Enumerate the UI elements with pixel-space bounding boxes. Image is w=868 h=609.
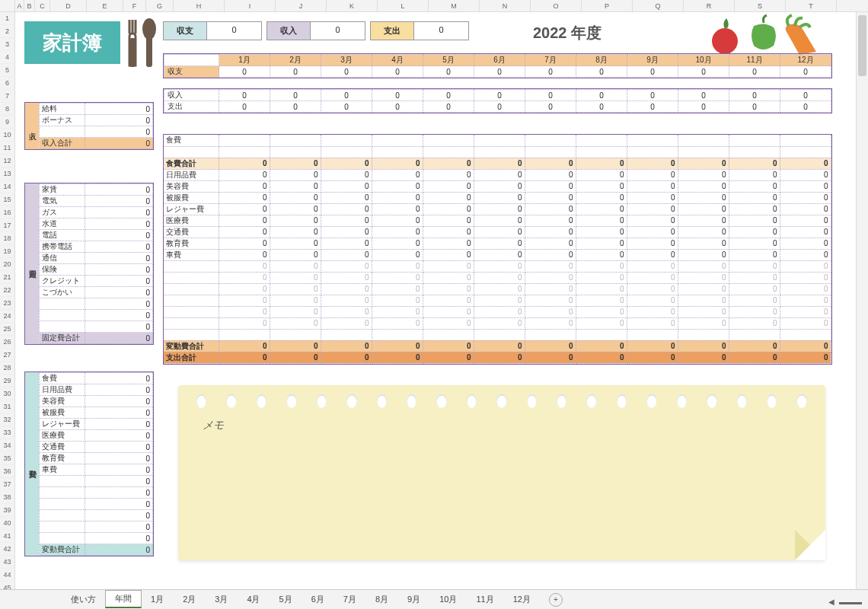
sheet-tab-年間[interactable]: 年間 <box>105 590 142 608</box>
row-header-37[interactable]: 37 <box>0 478 15 491</box>
row-header-30[interactable]: 30 <box>0 387 15 400</box>
row-header-18[interactable]: 18 <box>0 232 15 245</box>
sheet-tab-9月[interactable]: 9月 <box>397 591 430 609</box>
row-header-12[interactable]: 12 <box>0 155 15 167</box>
row-header-1[interactable]: 1 <box>0 12 15 25</box>
col-header-L[interactable]: L <box>378 0 429 11</box>
row-header-2[interactable]: 2 <box>0 25 15 38</box>
sb-var-title: 変動費 <box>25 372 39 556</box>
col-header-P[interactable]: P <box>582 0 633 11</box>
sheet-tab-4月[interactable]: 4月 <box>237 591 270 609</box>
row-header-21[interactable]: 21 <box>0 271 15 284</box>
row-header-32[interactable]: 32 <box>0 413 15 426</box>
sheet-tab-12月[interactable]: 12月 <box>503 591 541 609</box>
monthly-detail-table[interactable]: 食費食費合計000000000000日用品費000000000000美容費000… <box>163 134 832 365</box>
row-header-20[interactable]: 20 <box>0 258 15 271</box>
sheet-tab-8月[interactable]: 8月 <box>365 591 398 609</box>
row-header-13[interactable]: 13 <box>0 167 15 180</box>
row-header-8[interactable]: 8 <box>0 103 15 116</box>
col-header-D[interactable]: D <box>50 0 87 11</box>
row-header-43[interactable]: 43 <box>0 556 15 569</box>
row-header-28[interactable]: 28 <box>0 362 15 375</box>
add-sheet-button[interactable]: + <box>549 593 563 607</box>
row-header-10[interactable]: 10 <box>0 129 15 142</box>
col-header-I[interactable]: I <box>225 0 276 11</box>
row-header-39[interactable]: 39 <box>0 504 15 517</box>
tab-scroll-left-icon[interactable]: ◀ <box>828 598 834 606</box>
col-header-K[interactable]: K <box>327 0 378 11</box>
memo-pad[interactable]: メモ <box>178 385 825 560</box>
row-header-35[interactable]: 35 <box>0 452 15 465</box>
row-header-25[interactable]: 25 <box>0 323 15 336</box>
row-header-19[interactable]: 19 <box>0 245 15 258</box>
svg-rect-0 <box>129 38 136 67</box>
col-header-M[interactable]: M <box>429 0 480 11</box>
row-header-31[interactable]: 31 <box>0 400 15 413</box>
sheet-tab-6月[interactable]: 6月 <box>302 591 334 609</box>
col-header-E[interactable]: E <box>87 0 123 11</box>
side-variable-table[interactable]: 変動費食費0日用品費0美容費0被服費0レジャー費0医療費0交通費0教育費0車費0… <box>24 371 154 556</box>
balance-by-month-table[interactable]: 1月2月3月4月5月6月7月8月9月10月11月12月収支00000000000… <box>163 53 832 78</box>
row-header-23[interactable]: 23 <box>0 297 15 310</box>
vertical-scrollbar[interactable] <box>856 12 868 589</box>
row-header-41[interactable]: 41 <box>0 530 15 543</box>
row-header-22[interactable]: 22 <box>0 284 15 297</box>
sheet-tab-2月[interactable]: 2月 <box>173 591 206 609</box>
sheet-tab-7月[interactable]: 7月 <box>333 591 366 609</box>
sheet-tab-5月[interactable]: 5月 <box>270 591 302 609</box>
col-header-F[interactable]: F <box>123 0 146 11</box>
col-header-O[interactable]: O <box>531 0 582 11</box>
row-header-16[interactable]: 16 <box>0 206 15 219</box>
sheet-tab-1月[interactable]: 1月 <box>141 591 174 609</box>
row-header-34[interactable]: 34 <box>0 439 15 452</box>
sheet-tab-11月[interactable]: 11月 <box>466 591 503 609</box>
col-header-S[interactable]: S <box>735 0 786 11</box>
row-header-44[interactable]: 44 <box>0 569 15 582</box>
row-header-29[interactable]: 29 <box>0 375 15 387</box>
column-headers: ABCDEFGHIJKLMNOPQRST <box>0 0 868 12</box>
tab-scroll-controls[interactable]: ◀ ▬▬▬ <box>828 598 862 606</box>
row-header-24[interactable]: 24 <box>0 310 15 323</box>
pill-balance-value[interactable]: 0 <box>206 22 261 40</box>
row-header-40[interactable]: 40 <box>0 517 15 530</box>
row-header-15[interactable]: 15 <box>0 193 15 206</box>
col-header-R[interactable]: R <box>684 0 735 11</box>
side-income-table[interactable]: 収入給料0ボーナス00収入合計0 <box>24 102 154 150</box>
row-header-33[interactable]: 33 <box>0 426 15 439</box>
row-header-3[interactable]: 3 <box>0 38 15 51</box>
row-header-26[interactable]: 26 <box>0 336 15 349</box>
row-header-11[interactable]: 11 <box>0 142 15 155</box>
memo-title: メモ <box>203 419 224 432</box>
col-header-N[interactable]: N <box>480 0 531 11</box>
row-header-36[interactable]: 36 <box>0 465 15 478</box>
row-header-42[interactable]: 42 <box>0 543 15 556</box>
worksheet-canvas[interactable]: 家計簿 収支 0 収入 0 支出 <box>15 12 868 589</box>
col-header-C[interactable]: C <box>35 0 50 11</box>
col-header-Q[interactable]: Q <box>633 0 684 11</box>
col-header-A[interactable]: A <box>15 0 24 11</box>
sheet-tab-3月[interactable]: 3月 <box>205 591 238 609</box>
row-header-17[interactable]: 17 <box>0 219 15 232</box>
pill-expense-value[interactable]: 0 <box>413 22 468 40</box>
sheet-tab-10月[interactable]: 10月 <box>429 591 467 609</box>
col-header-G[interactable]: G <box>146 0 174 11</box>
row-header-7[interactable]: 7 <box>0 90 15 103</box>
col-header-B[interactable]: B <box>24 0 35 11</box>
row-header-4[interactable]: 4 <box>0 51 15 64</box>
memo-holes <box>178 385 825 408</box>
row-header-27[interactable]: 27 <box>0 349 15 362</box>
side-fixed-table[interactable]: 固定費家賃0電気0ガス0水道0電話0携帯電話0通信0保険0クレジット0こづかい0… <box>24 183 154 345</box>
col-header-J[interactable]: J <box>276 0 327 11</box>
row-header-9[interactable]: 9 <box>0 116 15 129</box>
tab-scroll-right-icon[interactable]: ▬▬▬ <box>839 598 862 606</box>
sheet-tab-使い方[interactable]: 使い方 <box>61 591 106 609</box>
row-header-6[interactable]: 6 <box>0 77 15 90</box>
col-header-H[interactable]: H <box>174 0 225 11</box>
pill-income-value[interactable]: 0 <box>310 22 365 40</box>
row-header-5[interactable]: 5 <box>0 64 15 77</box>
row-header-38[interactable]: 38 <box>0 491 15 504</box>
utensils-icon <box>125 17 158 72</box>
col-header-T[interactable]: T <box>786 0 837 11</box>
row-header-14[interactable]: 14 <box>0 180 15 193</box>
income-expense-by-month-table[interactable]: 収入000000000000支出000000000000 <box>163 88 832 113</box>
